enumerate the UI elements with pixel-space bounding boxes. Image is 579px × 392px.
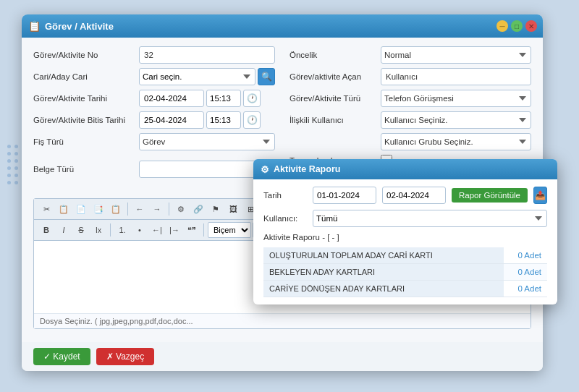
rapor-goruntule-button[interactable]: Rapor Görüntüle <box>452 188 528 203</box>
gorev-turu-select[interactable]: Telefon Görüşmesi <box>381 90 531 107</box>
toolbar-clear-format-btn[interactable]: Ix <box>90 222 106 238</box>
bicem-select[interactable]: Biçem <box>208 222 251 238</box>
toolbar-find-btn[interactable]: ⚙ <box>173 201 189 217</box>
toolbar-copy-btn[interactable]: 📋 <box>56 201 72 217</box>
table-row: OLUŞTURULAN TOPLAM ADAY CARİ KARTI 0 Ade… <box>263 247 547 264</box>
task-date-row: Görev/Aktivite Tarihi 🕐 <box>33 90 275 107</box>
task-no-input[interactable] <box>139 46 275 64</box>
gorev-turu-label: Görev/Aktivite Türü <box>290 94 376 103</box>
maximize-button[interactable]: □ <box>511 20 523 32</box>
toolbar-redo-btn[interactable]: → <box>149 201 165 217</box>
table-cell-label: CARİYE DÖNÜŞEN ADAY KARTLARI <box>263 281 504 297</box>
popup-date-to-input[interactable] <box>382 187 446 204</box>
toolbar-paste-word-btn[interactable]: 📋 <box>108 201 124 217</box>
gorev-acan-row: Görev/aktivite Açan <box>290 68 531 85</box>
fis-turu-label: Fiş Türü <box>33 137 135 146</box>
minimize-button[interactable]: ─ <box>496 20 508 32</box>
toolbar-sep5 <box>203 223 204 237</box>
toolbar-outdent-btn[interactable]: ←| <box>149 222 165 238</box>
toolbar-flag-btn[interactable]: ⚑ <box>208 201 224 217</box>
bottom-bar: ✓ Kaydet ✗ Vazgeç <box>22 342 543 371</box>
table-cell-count: 0 Adet <box>504 264 547 281</box>
popup-section-title: Aktivite Raporu - [ - ] <box>263 233 547 242</box>
cari-row: Cari/Aday Cari Cari seçin. 🔍 <box>33 68 275 85</box>
iliskili-label: İlişkili Kullanıcı <box>290 116 376 124</box>
toolbar-quote-btn[interactable]: ❝❞ <box>184 222 200 238</box>
toolbar-image-btn[interactable]: 🖼 <box>225 201 241 217</box>
cari-search-button[interactable]: 🔍 <box>258 68 275 85</box>
table-row: BEKLEYEN ADAY KARTLARI 0 Adet <box>263 264 547 281</box>
window-icon: 📋 <box>28 20 41 33</box>
task-end-date-input[interactable] <box>139 111 204 129</box>
toolbar-bold-btn[interactable]: B <box>38 222 54 238</box>
task-end-date-row: Görev/Aktivite Bitis Tarihi 🕐 <box>33 111 275 129</box>
gorev-acan-input[interactable] <box>381 68 531 85</box>
toolbar-paste-btn[interactable]: 📄 <box>73 201 89 217</box>
toolbar-ordered-list-btn[interactable]: 1. <box>114 222 130 238</box>
task-end-date-label: Görev/Aktivite Bitis Tarihi <box>33 116 135 124</box>
task-date-calendar-btn[interactable]: 🕐 <box>243 90 261 107</box>
title-bar-controls: ─ □ ✕ <box>496 20 537 32</box>
task-end-date-group: 🕐 <box>139 111 275 129</box>
aktivite-raporu-popup: ⚙ Aktivite Raporu Tarih Rapor Görüntüle … <box>253 159 557 304</box>
popup-date-from-input[interactable] <box>313 187 376 204</box>
table-cell-label: OLUŞTURULAN TOPLAM ADAY CARİ KARTI <box>263 247 504 264</box>
popup-kullanici-select[interactable]: Tümü <box>313 210 547 227</box>
cari-select[interactable]: Cari seçin. <box>139 68 255 85</box>
task-time-input[interactable] <box>206 90 241 107</box>
toolbar-sep4 <box>110 223 111 237</box>
toolbar-unordered-list-btn[interactable]: • <box>132 222 148 238</box>
toolbar-link-btn[interactable]: 🔗 <box>190 201 206 217</box>
toolbar-undo-btn[interactable]: ← <box>132 201 148 217</box>
popup-export-button[interactable]: 📤 <box>533 187 547 204</box>
close-button[interactable]: ✕ <box>525 20 537 32</box>
toolbar-strikethrough-btn[interactable]: S <box>73 222 89 238</box>
save-button[interactable]: ✓ Kaydet <box>33 348 90 365</box>
oncelik-label: Öncelik <box>290 51 376 59</box>
popup-title: Aktivite Raporu <box>274 164 340 174</box>
popup-table: OLUŞTURULAN TOPLAM ADAY CARİ KARTI 0 Ade… <box>263 247 547 297</box>
popup-content: Tarih Rapor Görüntüle 📤 Kullanıcı: Tümü … <box>253 179 557 304</box>
toolbar-indent-btn[interactable]: |→ <box>166 222 182 238</box>
title-bar: 📋 Görev / Aktivite ─ □ ✕ <box>22 14 543 38</box>
fis-turu-row: Fiş Türü Görev <box>33 133 275 150</box>
task-end-time-input[interactable] <box>206 111 241 129</box>
popup-tarih-label: Tarih <box>263 191 307 200</box>
cari-label: Cari/Aday Cari <box>33 72 135 81</box>
oncelik-row: Öncelik Normal <box>290 46 531 64</box>
file-area-text: Dosya Seçiniz. ( jpg,jpeg,png,pdf,doc,do… <box>40 317 193 325</box>
task-date-label: Görev/Aktivite Tarihi <box>33 94 135 103</box>
cari-group: Cari seçin. 🔍 <box>139 68 275 85</box>
iliskili-row: İlişkili Kullanıcı Kullanıcı Seçiniz. <box>290 111 531 129</box>
cancel-button[interactable]: ✗ Vazgeç <box>96 348 154 365</box>
popup-kullanici-label: Kullanıcı: <box>263 214 307 223</box>
task-end-calendar-btn[interactable]: 🕐 <box>243 111 261 129</box>
toolbar-sep2 <box>169 203 169 216</box>
kullanici-grubu-row: Kullanıcı Grubu Seçiniz. <box>290 133 531 150</box>
task-date-input[interactable] <box>139 90 204 107</box>
toolbar-italic-btn[interactable]: I <box>56 222 72 238</box>
toolbar-cut-btn[interactable]: ✂ <box>38 201 54 217</box>
popup-kullanici-row: Kullanıcı: Tümü <box>263 210 547 227</box>
table-cell-count: 0 Adet <box>504 247 547 264</box>
task-no-row: Görev/Aktivite No <box>33 46 275 64</box>
oncelik-select[interactable]: Normal <box>381 46 531 64</box>
table-cell-count: 0 Adet <box>504 281 547 297</box>
popup-date-row: Tarih Rapor Görüntüle 📤 <box>263 187 547 204</box>
iliskili-select[interactable]: Kullanıcı Seçiniz. <box>381 111 531 129</box>
task-no-label: Görev/Aktivite No <box>33 51 135 59</box>
belge-turu-label: Belge Türü <box>33 165 135 174</box>
form-left-column: Görev/Aktivite No Cari/Aday Cari Cari se… <box>33 46 275 194</box>
table-cell-label: BEKLEYEN ADAY KARTLARI <box>263 264 504 281</box>
fis-turu-select[interactable]: Görev <box>139 133 275 150</box>
gorev-acan-label: Görev/aktivite Açan <box>290 72 376 81</box>
toolbar-paste-text-btn[interactable]: 📑 <box>90 201 106 217</box>
window-title: Görev / Aktivite <box>45 21 496 32</box>
task-date-group: 🕐 <box>139 90 275 107</box>
file-area: Dosya Seçiniz. ( jpg,jpeg,png,pdf,doc,do… <box>34 313 531 328</box>
table-row: CARİYE DÖNÜŞEN ADAY KARTLARI 0 Adet <box>263 281 547 297</box>
belge-turu-row: Belge Türü <box>33 161 275 178</box>
popup-title-bar: ⚙ Aktivite Raporu <box>253 159 557 179</box>
toolbar-sep1 <box>127 203 128 216</box>
kullanici-grubu-select[interactable]: Kullanıcı Grubu Seçiniz. <box>381 133 531 150</box>
